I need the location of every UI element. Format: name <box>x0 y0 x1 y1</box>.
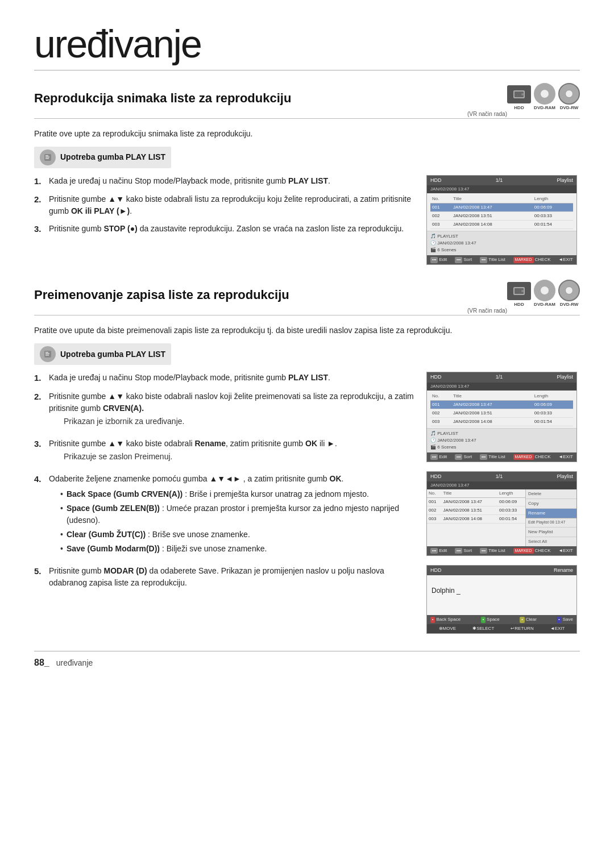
screen-mockup-4: HDD Rename Dolphin _ ▪ Back Space ▪ Spac… <box>426 565 577 634</box>
screen4-footer: ▪ Back Space ▪ Space ▪ Clear ▪ Save <box>427 615 576 624</box>
screen3-table-area: No. Title Length 001 JAN/02/2008 13:47 0… <box>427 489 525 546</box>
hdd-icon-box: HDD <box>507 85 531 111</box>
step2-1: 1. Kada je uređaj u načinu Stop mode/Pla… <box>34 372 415 385</box>
screen4-body: Dolphin _ <box>427 575 576 615</box>
menu-item: Delete <box>526 489 576 499</box>
footer-save: ▪ Save <box>557 616 573 623</box>
step-text: Kada je uređaj u načinu Stop mode/Playba… <box>49 175 330 187</box>
hdd-label: HDD <box>514 105 524 111</box>
step-num: 2. <box>34 193 44 206</box>
footer-backspace: ▪ Back Space <box>430 616 460 623</box>
bullet-text: Space (Gumb ZELEN(B)) : Umeće prazan pro… <box>67 502 415 526</box>
svg-point-2 <box>521 93 524 95</box>
section2: HDD DVD-RAM DVD-RW Preimenovanje zapisa … <box>34 285 580 634</box>
step-text: Kada je uređaj u načinu Stop mode/Playba… <box>49 372 330 384</box>
bottom-exit: ◄EXIT <box>550 625 565 632</box>
step2-3-subtext: Prikazuje se zaslon Preimenuj. <box>64 451 337 463</box>
sidebar-scenes: 🎬 6 Scenes <box>430 247 573 254</box>
svg-rect-4 <box>45 155 48 156</box>
bullet-item: Save (Gumb Modarm(D)) : Bilježi sve unos… <box>60 543 415 555</box>
col-no: No. <box>430 195 451 203</box>
screen3-page: 1/1 <box>496 473 503 481</box>
table-row: 001 JAN/02/2008 13:47 00:06:09 <box>430 400 573 409</box>
step2-3: 3. Pritisnite gumbe ▲▼ kako biste odabra… <box>34 438 415 467</box>
step-text: Pritisnite gumbe ▲▼ kako biste odabrali … <box>49 392 414 413</box>
section2-heading: Preimenovanje zapisa liste za reprodukci… <box>34 285 580 304</box>
screen1-sidebar: 🎵 PLAYLIST 🕐 JAN/02/2008 13:47 🎬 6 Scene… <box>427 231 576 255</box>
screen3-header-left: HDD <box>430 473 442 481</box>
screen1-footer: ▪▪▪ Edit ▪▪▪ Sort ▪▪▪ Title List MARKED … <box>427 255 576 264</box>
step-num: 1. <box>34 372 44 385</box>
step-num: 4. <box>34 473 44 486</box>
screen1-header-left: HDD <box>430 177 442 185</box>
screen2-table: No. Title Length 001 JAN/02/2008 13:47 0… <box>430 392 573 426</box>
screen4-bottom: ⊕MOVE ✱SELECT ↩RETURN ◄EXIT <box>427 624 576 633</box>
footer-titlelist2: ▪▪▪ Title List <box>480 454 505 460</box>
section1-button-text: Upotreba gumba PLAY LIST <box>60 151 165 163</box>
screen2-header-left: HDD <box>430 373 442 381</box>
device-icons-section2: HDD DVD-RAM DVD-RW <box>507 280 580 308</box>
col-length: Length <box>533 195 573 203</box>
screen2-page: 1/1 <box>496 373 503 381</box>
footer-sort3: ▪▪▪ Sort <box>455 547 472 554</box>
sidebar-scenes2: 🎬 6 Scenes <box>430 444 573 451</box>
section2-intro: Pratite ove upute da biste preimenovali … <box>34 325 580 337</box>
svg-rect-6 <box>45 158 49 159</box>
svg-rect-12 <box>45 354 49 355</box>
dvd-ram-label: DVD-RAM <box>534 105 555 111</box>
hdd-icon <box>507 85 531 103</box>
page-title: uređivanje <box>34 23 580 70</box>
step1-1: 1. Kada je uređaj u načinu Stop mode/Pla… <box>34 175 415 188</box>
step-num: 1. <box>34 175 44 188</box>
table-row: 003 JAN/02/2008 14:08 00:01:54 <box>430 417 573 426</box>
step-text: Pritisnite gumbe ▲▼ kako biste odabrali … <box>49 439 337 448</box>
screen3-header-right: Playlist <box>557 473 573 481</box>
bottom-select: ✱SELECT <box>472 625 494 632</box>
rename-value: Dolphin _ <box>432 585 572 596</box>
dvd-rw-icon-box: DVD-RW <box>558 83 580 111</box>
screen2-subheader: JAN/02/2008 13:47 <box>427 383 576 391</box>
svg-rect-11 <box>45 352 48 353</box>
step-text: Pritisnite gumbe ▲▼ kako biste odabrali … <box>49 193 415 217</box>
footer-check2: MARKED CHECK <box>513 454 551 460</box>
section2-steps: 1. Kada je uređaj u načinu Stop mode/Pla… <box>34 372 415 595</box>
screen2-header-right: Playlist <box>557 373 573 381</box>
step2-4-bullets: Back Space (Gumb CRVEN(A)) : Briše i pre… <box>49 488 415 555</box>
screen4-header-left: HDD <box>430 567 442 575</box>
dvd-rw-icon-box2: DVD-RW <box>558 280 580 308</box>
dvd-ram-icon-box2: DVD-RAM <box>534 280 555 308</box>
step-text: Pritisnite gumb STOP (●) da zaustavite r… <box>49 223 404 235</box>
dvd-rw-label2: DVD-RW <box>560 301 579 308</box>
section1: HDD DVD-RAM DVD-RW Reprodukcija snimaka … <box>34 89 580 265</box>
svg-rect-13 <box>45 355 49 356</box>
step-text: Pritisnite gumb MODAR (D) da odaberete S… <box>49 565 415 589</box>
bullet-item: Space (Gumb ZELEN(B)) : Umeće prazan pro… <box>60 502 415 526</box>
section2-vr-note: (VR način rada) <box>34 306 580 315</box>
menu-item: Select All <box>526 537 576 546</box>
screen-mockup-2: HDD 1/1 Playlist JAN/02/2008 13:47 No. T… <box>426 372 577 462</box>
screen2-footer: ▪▪▪ Edit ▪▪▪ Sort ▪▪▪ Title List MARKED … <box>427 452 576 462</box>
step2-2-subtext: Prikazan je izbornik za uređivanje. <box>64 416 415 427</box>
footer-check: MARKED CHECK <box>513 256 551 263</box>
col-title: Title <box>451 195 533 203</box>
step2-5: 5. Pritisnite gumb MODAR (D) da odaberet… <box>34 565 415 589</box>
screen2-header: HDD 1/1 Playlist <box>427 372 576 383</box>
footer-titlelist: ▪▪▪ Title List <box>480 256 505 263</box>
screen1-header: HDD 1/1 Playlist <box>427 176 576 186</box>
table-row: 003 JAN/02/2008 14:08 00:01:54 <box>427 515 525 524</box>
screen3-header: HDD 1/1 Playlist <box>427 472 576 482</box>
dvd-ram-icon <box>534 83 555 105</box>
footer-edit: ▪▪▪ Edit <box>430 256 447 263</box>
section2-content: 1. Kada je uređaj u načinu Stop mode/Pla… <box>34 372 580 634</box>
screen2-body: No. Title Length 001 JAN/02/2008 13:47 0… <box>427 391 576 428</box>
menu-item-rename: Rename <box>526 509 576 518</box>
footer-clear: ▪ Clear <box>520 616 537 623</box>
page-footer: 88_ uređivanje <box>34 651 580 670</box>
footer-exit3: ◄EXIT <box>558 547 573 554</box>
footer-label: uređivanje <box>56 657 93 669</box>
step-num: 5. <box>34 565 44 578</box>
section1-screen: HDD 1/1 Playlist JAN/02/2008 13:47 No. T… <box>426 175 580 265</box>
screen1-table: No. Title Length 001 JAN/02/2008 13:47 0… <box>430 195 573 229</box>
dvd-ram-label2: DVD-RAM <box>534 301 555 308</box>
section1-steps: 1. Kada je uređaj u načinu Stop mode/Pla… <box>34 175 415 242</box>
